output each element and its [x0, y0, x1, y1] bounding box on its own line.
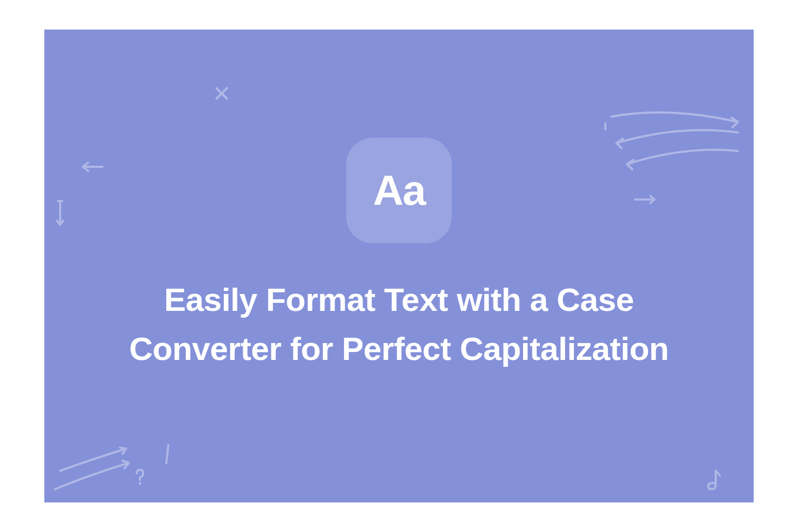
doodle-arrows-icon [606, 103, 743, 172]
doodle-note-icon [706, 468, 722, 492]
doodle-arrows-icon [50, 439, 134, 497]
doodle-dot-icon [602, 122, 609, 132]
hero-headline: Easily Format Text with a Case Converter… [122, 275, 676, 373]
doodle-arrow-icon [632, 193, 659, 206]
typography-icon-box: Aa [346, 138, 452, 243]
doodle-line-icon [55, 198, 65, 230]
doodle-question-icon [134, 468, 146, 487]
doodle-arrow-icon [79, 159, 105, 175]
doodle-line-icon [163, 443, 172, 466]
hero-banner: Aa Easily Format Text with a Case Conver… [44, 30, 754, 502]
typography-aa-icon: Aa [373, 166, 425, 215]
doodle-x-icon [213, 85, 230, 102]
